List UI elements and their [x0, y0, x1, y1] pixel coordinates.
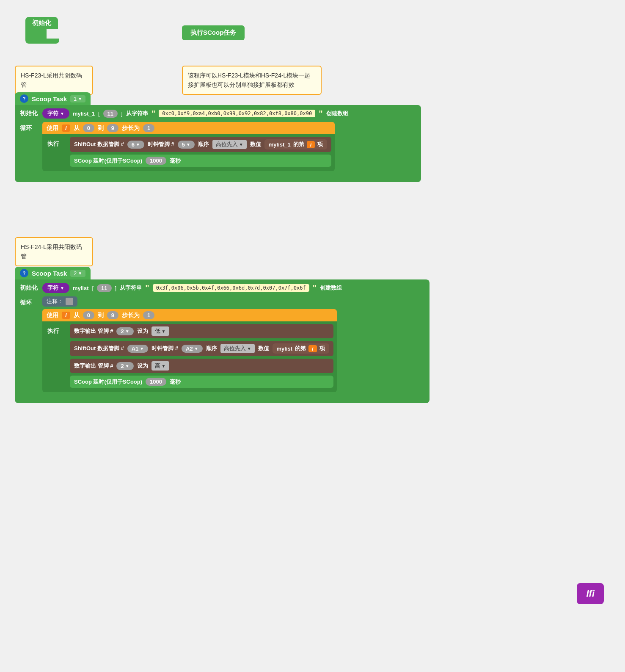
- scoop-task-1: ? Scoop Task 1 ▼ 初始化 字符 ▼ mylist_1 [ 11 …: [15, 92, 421, 182]
- scoop1-exec-section: 执行 ShiftOut 数据管脚 # 6 ▼ 时钟管脚 #: [47, 137, 331, 167]
- scoop1-exec-label: 执行: [47, 137, 66, 148]
- scoop1-hex: 0xc0,0xf9,0xa4,0xb0,0x99,0x92,0x82,0xf8,…: [159, 110, 315, 117]
- scoop1-loop-inner: 使用 i 从 0 到 9 步长为 1 执行: [42, 122, 335, 171]
- scoop1-step-val: 1: [143, 124, 154, 132]
- scoop2-loop-body: 执行 数字输出 管脚 # 2 ▼ 设为: [42, 321, 337, 392]
- scoop2-shiftout-block: ShiftOut 数据管脚 # A1 ▼ 时钟管脚 # A2 ▼: [70, 341, 333, 356]
- scoop1-value-label: 数值: [250, 141, 261, 148]
- scoop2-clk-pin[interactable]: A2 ▼: [182, 345, 203, 353]
- scoop1-loop-label: 循环: [20, 122, 39, 132]
- dropdown-arrow-2: ▼: [78, 271, 82, 276]
- scoop2-loop-label: 循环: [20, 296, 39, 307]
- scoop2-pin2-2[interactable]: 2 ▼: [116, 362, 133, 370]
- scoop1-clk-pin[interactable]: 5 ▼: [178, 141, 195, 149]
- scoop2-header: ? Scoop Task 2 ▼: [15, 267, 91, 279]
- scoop2-pin2-1[interactable]: 2 ▼: [116, 327, 133, 335]
- init-label: 初始化: [25, 17, 58, 29]
- scoop2-loop-section: 循环 注释： 使用 i 从 0 到 9 步长为: [20, 296, 424, 392]
- question-badge-2: ?: [20, 269, 28, 277]
- scoop2-remark-row: 注释：: [42, 296, 337, 307]
- question-badge-1: ?: [20, 94, 28, 103]
- scoop2-exec-section: 执行 数字输出 管脚 # 2 ▼ 设为: [47, 324, 333, 388]
- scoop1-order-val[interactable]: 高位先入 ▼: [212, 140, 247, 149]
- scoop2-number: 2: [74, 270, 77, 277]
- scoop2-set-val1[interactable]: 低 ▼: [151, 326, 169, 336]
- scoop1-ms-label: 毫秒: [170, 157, 181, 165]
- note3-text: HS-F24-L采用共阳数码管: [21, 243, 82, 260]
- scoop1-body: 初始化 字符 ▼ mylist_1 [ 11 ] 从字符串 " 0xc0,0xf…: [15, 105, 421, 182]
- scoop2-from-val: 0: [83, 311, 94, 319]
- scoop1-data-pin[interactable]: 6 ▼: [127, 141, 144, 149]
- scoop1-shiftout-label: ShiftOut 数据管脚 #: [74, 141, 124, 148]
- scoop2-order-val[interactable]: 高位先入 ▼: [220, 344, 255, 353]
- scoop2-number-badge[interactable]: 2 ▼: [70, 270, 85, 277]
- quote-close-1: ": [319, 109, 322, 119]
- scoop1-exec-blocks: ShiftOut 数据管脚 # 6 ▼ 时钟管脚 # 5 ▼: [70, 137, 331, 167]
- scoop1-number: 1: [74, 96, 77, 102]
- scoop2-delay-block: SCoop 延时(仅用于SCoop) 1000 毫秒: [70, 376, 333, 388]
- quote-open-1: ": [151, 109, 155, 119]
- scoop2-dout2-label: 数字输出 管脚 #: [74, 362, 113, 370]
- dropdown-arrow-1: ▼: [78, 97, 82, 101]
- scoop1-init-label: 初始化: [20, 110, 39, 117]
- scoop1-mylist: mylist_1: [73, 111, 95, 117]
- scoop1-create-arr: 创建数组: [326, 110, 348, 117]
- scoop2-delay-label: SCoop 延时(仅用于SCoop): [74, 378, 142, 386]
- scoop2-body: 初始化 字符 ▼ mylist [ 11 ] 从字符串 " 0x3f,0x06,…: [15, 279, 430, 403]
- scoop2-exec-label: 执行: [47, 324, 66, 335]
- scoop2-ms-label: 毫秒: [170, 378, 181, 386]
- scoop1-title: Scoop Task: [32, 95, 67, 102]
- scoop1-bracket: 11: [103, 110, 118, 118]
- scoop2-loop-header: 使用 i 从 0 到 9 步长为 1: [42, 309, 337, 321]
- scoop2-init-row: 初始化 字符 ▼ mylist [ 11 ] 从字符串 " 0x3f,0x06,…: [20, 283, 424, 293]
- scoop1-loop-header: 使用 i 从 0 到 9 步长为 1: [42, 122, 335, 134]
- scoop2-data-pin[interactable]: A1 ▼: [127, 345, 149, 353]
- scoop2-shiftout-label: ShiftOut 数据管脚 #: [74, 345, 124, 352]
- scoop2-dout1-label: 数字输出 管脚 #: [74, 327, 113, 335]
- execute-button[interactable]: 执行SCoop任务: [182, 25, 245, 40]
- scoop2-from-str: 从字符串: [120, 284, 142, 292]
- scoop1-init-row: 初始化 字符 ▼ mylist_1 [ 11 ] 从字符串 " 0xc0,0xf…: [20, 108, 416, 119]
- scoop2-mylist-block: mylist 的第 i 项: [273, 343, 329, 354]
- scoop1-number-badge[interactable]: 1 ▼: [70, 95, 85, 102]
- scoop2-init-label: 初始化: [20, 284, 39, 292]
- scoop1-order-label: 顺序: [198, 141, 209, 148]
- scoop2-set-label2: 设为: [137, 362, 148, 370]
- note1-text: HS-F23-L采用共阴数码管: [21, 72, 82, 88]
- scoop1-shiftout-block: ShiftOut 数据管脚 # 6 ▼ 时钟管脚 # 5 ▼: [70, 137, 331, 152]
- scoop2-clk-label: 时钟管脚 #: [151, 345, 178, 352]
- note2-text: 该程序可以HS-F23-L模块和HS-F24-L模块一起接扩展板也可以分别单独接…: [188, 72, 310, 88]
- scoop2-step-val: 1: [143, 311, 154, 319]
- scoop2-remark-block: 注释：: [42, 296, 77, 307]
- scoop1-char-pill[interactable]: 字符 ▼: [42, 108, 69, 119]
- scoop2-create-arr: 创建数组: [320, 284, 342, 292]
- remark-gray-box: [66, 298, 73, 305]
- scoop-task-2: ? Scoop Task 2 ▼ 初始化 字符 ▼ mylist [ 11 ] …: [15, 267, 430, 403]
- scoop2-dout2-block: 数字输出 管脚 # 2 ▼ 设为 高 ▼: [70, 359, 333, 373]
- scoop1-to-val: 9: [107, 124, 118, 132]
- scoop1-i: i: [62, 124, 70, 132]
- scoop1-i-badge: i: [307, 141, 315, 148]
- scoop1-loop-body: 执行 ShiftOut 数据管脚 # 6 ▼ 时钟管脚 #: [42, 134, 335, 171]
- scoop2-hex: 0x3f,0x06,0x5b,0x4f,0x66,0x6d,0x7d,0x07,…: [153, 284, 309, 292]
- scoop2-i: i: [62, 312, 70, 319]
- scoop1-delay-val: 1000: [146, 157, 166, 165]
- ifi-badge: Ifi: [577, 583, 604, 604]
- scoop1-clk-label: 时钟管脚 #: [148, 141, 174, 148]
- scoop1-from-str: 从字符串: [126, 110, 148, 117]
- init-block: 初始化: [25, 17, 59, 44]
- scoop2-char-pill[interactable]: 字符 ▼: [42, 283, 69, 293]
- scoop2-title: Scoop Task: [32, 270, 67, 277]
- scoop2-delay-val: 1000: [146, 378, 166, 386]
- scoop2-set-val2[interactable]: 高 ▼: [151, 361, 169, 371]
- scoop2-i-badge: i: [308, 345, 317, 352]
- note-box-3: HS-F24-L采用共阳数码管: [15, 237, 93, 266]
- scoop2-dout1-block: 数字输出 管脚 # 2 ▼ 设为 低 ▼: [70, 324, 333, 338]
- scoop2-value-label: 数值: [258, 345, 269, 352]
- scoop2-bracket: 11: [97, 284, 111, 292]
- scoop2-loop-inner: 注释： 使用 i 从 0 到 9 步长为 1: [42, 296, 337, 392]
- execute-label[interactable]: 执行SCoop任务: [182, 25, 245, 40]
- scoop2-mylist: mylist: [73, 285, 89, 291]
- scoop1-delay-block: SCoop 延时(仅用于SCoop) 1000 毫秒: [70, 155, 331, 167]
- scoop1-from-val: 0: [83, 124, 94, 132]
